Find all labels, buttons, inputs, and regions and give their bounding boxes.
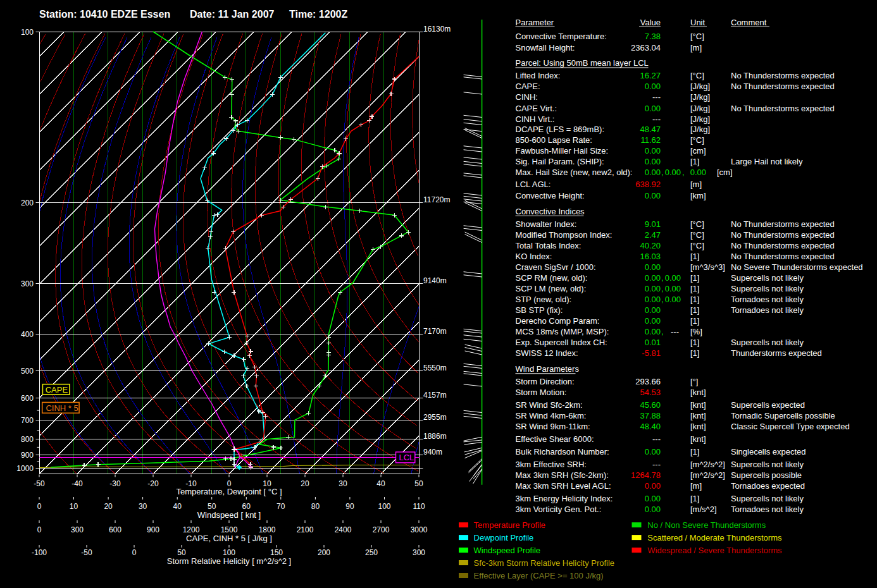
svg-text:0.00: 0.00: [645, 481, 661, 491]
svg-text:0.00: 0.00: [665, 284, 681, 293]
svg-text:100: 100: [378, 502, 390, 511]
svg-text:,: ,: [661, 327, 664, 336]
svg-text:Supercells not likely: Supercells not likely: [731, 338, 804, 347]
svg-text:0.00: 0.00: [645, 327, 661, 336]
svg-text:Convective Temperature:: Convective Temperature:: [516, 32, 607, 41]
svg-text:,: ,: [661, 273, 664, 283]
svg-text:300: 300: [413, 548, 425, 557]
svg-text:Thunderstorms expected: Thunderstorms expected: [731, 348, 822, 358]
svg-text:Supercells possible: Supercells possible: [731, 470, 802, 480]
svg-text:Sig. Hail Param. (SHIP):: Sig. Hail Param. (SHIP):: [516, 157, 604, 166]
svg-text:Supercells expected: Supercells expected: [731, 400, 805, 410]
svg-text:37.88: 37.88: [640, 411, 661, 420]
svg-text:SR Wind 4km-6km:: SR Wind 4km-6km:: [516, 411, 587, 420]
svg-text:250: 250: [365, 548, 378, 557]
svg-text:940m: 940m: [423, 448, 442, 456]
svg-text:[1]: [1]: [690, 348, 699, 358]
svg-text:LCL: LCL: [399, 453, 414, 462]
svg-text:600: 600: [21, 394, 34, 403]
svg-text:[cm]: [cm]: [690, 146, 706, 156]
svg-text:0.00: 0.00: [645, 104, 661, 113]
svg-text:DCAPE (LFS = 869mB):: DCAPE (LFS = 869mB):: [516, 125, 605, 134]
svg-text:SCP RM (new, old):: SCP RM (new, old):: [516, 273, 588, 283]
svg-text:Snowfall Height:: Snowfall Height:: [516, 43, 575, 52]
svg-text:Windspeed Profile: Windspeed Profile: [474, 546, 541, 555]
svg-text:SCP LM (new, old):: SCP LM (new, old):: [516, 284, 587, 293]
svg-text:Value: Value: [640, 18, 661, 27]
svg-text:Tornadoes not likely: Tornadoes not likely: [731, 305, 804, 315]
svg-text:Wind Parameters: Wind Parameters: [516, 364, 580, 374]
svg-text:0.00: 0.00: [645, 447, 661, 456]
svg-text:1886m: 1886m: [423, 432, 447, 441]
svg-text:-5.81: -5.81: [642, 348, 661, 358]
svg-text:[°]: [°]: [690, 377, 698, 386]
svg-text:900: 900: [21, 451, 34, 460]
svg-text:SWISS 12 Index:: SWISS 12 Index:: [516, 348, 578, 358]
svg-text:Parameter: Parameter: [516, 18, 554, 27]
svg-text:[J/kg]: [J/kg]: [690, 104, 710, 113]
svg-text:CAPE Virt.:: CAPE Virt.:: [516, 104, 557, 113]
svg-text:293.66: 293.66: [635, 377, 661, 386]
svg-text:45.60: 45.60: [640, 400, 661, 410]
svg-text:2400: 2400: [335, 525, 352, 534]
svg-text:,: ,: [661, 168, 664, 177]
svg-text:LCL AGL:: LCL AGL:: [516, 180, 551, 189]
svg-text:0.00: 0.00: [645, 146, 661, 156]
svg-text:[J/kg]: [J/kg]: [690, 92, 710, 102]
svg-text:Bulk Richardson Number:: Bulk Richardson Number:: [516, 447, 609, 456]
svg-text:[cm]: [cm]: [717, 168, 733, 177]
svg-text:40: 40: [173, 502, 182, 511]
svg-text:[1]: [1]: [690, 447, 699, 456]
svg-text:0.00: 0.00: [645, 284, 661, 293]
svg-text:---: ---: [652, 114, 661, 124]
svg-text:200: 200: [21, 199, 34, 207]
svg-text:1200: 1200: [183, 525, 200, 534]
svg-text:70: 70: [277, 502, 285, 511]
svg-text:Convective Indices: Convective Indices: [516, 207, 585, 216]
svg-text:CAPE, CINH * 5 [ J/kg ]: CAPE, CINH * 5 [ J/kg ]: [186, 534, 272, 543]
svg-text:2.47: 2.47: [645, 230, 661, 240]
svg-text:500: 500: [21, 367, 34, 376]
svg-text:-20: -20: [147, 479, 159, 488]
svg-text:STP (new, old):: STP (new, old):: [516, 295, 572, 304]
svg-text:Station: 10410 EDZE Essen: Station: 10410 EDZE Essen: [39, 9, 170, 20]
svg-text:[m]: [m]: [690, 43, 702, 52]
svg-text:Temperature Profile: Temperature Profile: [474, 520, 545, 530]
svg-text:Time: 1200Z: Time: 1200Z: [289, 9, 347, 20]
svg-text:80: 80: [311, 502, 320, 511]
svg-text:0.00: 0.00: [645, 273, 661, 283]
svg-text:CAPE: CAPE: [46, 385, 68, 395]
svg-text:0: 0: [132, 548, 137, 557]
svg-text:[J/kg]: [J/kg]: [690, 125, 710, 134]
svg-text:No Thunderstorms expected: No Thunderstorms expected: [731, 252, 835, 261]
svg-text:20: 20: [104, 502, 113, 511]
svg-text:Sfc-3km Storm Relative Helicit: Sfc-3km Storm Relative Helicity Profile: [474, 558, 615, 568]
svg-text:---: ---: [652, 92, 661, 102]
svg-text:0.00: 0.00: [645, 191, 661, 200]
svg-text:[°C]: [°C]: [690, 241, 704, 250]
svg-text:11720m: 11720m: [423, 195, 450, 204]
svg-text:0.00: 0.00: [665, 295, 681, 304]
svg-text:[1]: [1]: [690, 284, 699, 293]
svg-text:,: ,: [661, 284, 664, 293]
svg-text:[knt]: [knt]: [690, 411, 706, 420]
svg-text:200: 200: [318, 548, 330, 557]
svg-text:638.92: 638.92: [635, 180, 661, 189]
svg-text:Comment: Comment: [731, 18, 767, 27]
svg-text:Tornadoes not likely: Tornadoes not likely: [731, 295, 804, 304]
svg-text:CINH * 5: CINH * 5: [46, 403, 78, 413]
svg-text:[1]: [1]: [690, 295, 699, 304]
svg-text:No Thunderstorms expected: No Thunderstorms expected: [731, 82, 835, 91]
svg-text:Classic Supercell Type expecte: Classic Supercell Type expected: [731, 422, 850, 431]
svg-text:30: 30: [139, 502, 147, 511]
svg-text:Supercells not likely: Supercells not likely: [731, 273, 804, 283]
svg-text:16.27: 16.27: [640, 71, 661, 80]
svg-text:600: 600: [109, 525, 121, 534]
svg-text:850-600 Lapse Rate:: 850-600 Lapse Rate:: [516, 135, 592, 145]
svg-text:[m^2/s^2]: [m^2/s^2]: [690, 460, 725, 469]
svg-text:0.00: 0.00: [645, 305, 661, 315]
svg-text:40: 40: [376, 479, 385, 488]
svg-text:4157m: 4157m: [423, 391, 447, 400]
svg-text:0.00: 0.00: [690, 168, 706, 177]
svg-text:Tornadic Supercells possible: Tornadic Supercells possible: [731, 411, 835, 420]
